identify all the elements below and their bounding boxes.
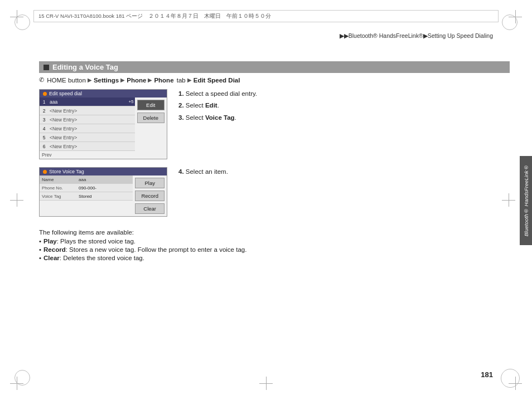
items-intro: The following items are available:: [39, 229, 510, 236]
nav-arrow-3: ▶: [148, 77, 152, 83]
bullet-icon: •: [39, 255, 41, 261]
prev-label: Prev: [40, 151, 135, 159]
edit-button[interactable]: Edit: [137, 100, 165, 110]
table-row: 6 <New Entry>: [40, 142, 135, 151]
section-icon: [43, 65, 49, 70]
bullet-icon: •: [39, 238, 41, 245]
table-row: 4 <New Entry>: [40, 124, 135, 133]
panel-header-store: Store Voice Tag: [40, 168, 167, 175]
crosshair-ml: [10, 193, 23, 207]
speed-dial-rows: 1 aaa +5 2 <New Entry> 3 <New Entry> 4: [40, 97, 135, 159]
file-bar: 15 CR-V NAVI-31T0A8100.book 181 ページ ２０１４…: [33, 10, 499, 22]
table-row: 3 <New Entry>: [40, 115, 135, 124]
bullet-play: • Play: Plays the stored voice tag.: [39, 238, 510, 245]
side-buttons-store: Play Record Clear: [133, 175, 167, 216]
nav-phone2: Phone: [154, 77, 173, 84]
main-content: Editing a Voice Tag ✆ HOME button ▶ Sett…: [39, 61, 510, 367]
items-available: The following items are available: • Pla…: [39, 229, 510, 261]
nav-home-label: HOME button: [45, 77, 86, 84]
table-row: 2 <New Entry>: [40, 106, 135, 115]
crosshair-bc: [259, 377, 273, 390]
steps-1-3: 1. Select a speed dial entry. 2. Select …: [178, 89, 510, 159]
nav-path: ✆ HOME button ▶ Settings ▶ Phone ▶ Phone…: [39, 76, 510, 84]
nav-edit-speed-dial: Edit Speed Dial: [194, 77, 240, 84]
panel-body-store: Name aaa Phone No. 090-000- Voice Tag St…: [40, 175, 167, 216]
store-table: Name aaa Phone No. 090-000- Voice Tag St…: [40, 175, 133, 216]
side-buttons-edit: Edit Delete: [135, 97, 167, 159]
panel-header-text: Edit speed dial: [49, 91, 82, 96]
step4-text-col: 4. Select an item.: [178, 167, 510, 179]
nav-phone1: Phone: [127, 77, 146, 84]
page-number: 181: [481, 370, 493, 379]
table-row: 1 aaa +5: [40, 97, 135, 106]
side-tab-text: Bluetooth® HandsFreeLink®: [523, 164, 529, 236]
bullet-clear: • Clear: Deletes the stored voice tag.: [39, 255, 510, 261]
edit-speed-dial-panel: Edit speed dial 1 aaa +5 2 <New Entry> 3: [39, 89, 167, 159]
section-title: Editing a Voice Tag: [52, 63, 118, 71]
nav-arrow-4: ▶: [187, 77, 192, 83]
edit-section-row: Edit speed dial 1 aaa +5 2 <New Entry> 3: [39, 89, 510, 159]
step-1: 1. Select a speed dial entry.: [178, 89, 510, 99]
bullet-icon: •: [39, 246, 41, 253]
record-button[interactable]: Record: [135, 191, 165, 201]
play-button[interactable]: Play: [135, 178, 165, 188]
breadcrumb-text: ▶▶Bluetooth® HandsFreeLink®▶Setting Up S…: [340, 32, 493, 39]
crosshair-bl: [10, 377, 23, 390]
nav-tab-label: tab: [175, 77, 186, 84]
panel-dot: [43, 92, 47, 96]
side-tab: Bluetooth® HandsFreeLink®: [520, 156, 532, 245]
file-bar-text: 15 CR-V NAVI-31T0A8100.book 181 ページ ２０１４…: [38, 13, 271, 20]
store-voicetag-row: Voice Tag Stored: [40, 192, 133, 201]
panel-dot-store: [43, 170, 47, 174]
step-3: 3. Select Voice Tag.: [178, 113, 510, 123]
panel-body-edit: 1 aaa +5 2 <New Entry> 3 <New Entry> 4: [40, 97, 167, 159]
crosshair-br: [509, 377, 522, 390]
store-voice-tag-panel: Store Voice Tag Name aaa Phone No. 090-0…: [39, 167, 167, 217]
panel-header-edit: Edit speed dial: [40, 90, 167, 97]
bullet-play-text: Play: Plays the stored voice tag.: [43, 238, 136, 245]
section-title-bar: Editing a Voice Tag: [39, 61, 510, 73]
home-icon: ✆: [39, 76, 44, 84]
panel-header-store-text: Store Voice Tag: [49, 169, 84, 174]
clear-button[interactable]: Clear: [135, 203, 165, 214]
crosshair-tr: [509, 10, 522, 23]
step-2: 2. Select Edit.: [178, 101, 510, 110]
store-header-row: Name aaa: [40, 175, 133, 184]
table-row: 5 <New Entry>: [40, 133, 135, 142]
nav-settings: Settings: [94, 77, 119, 84]
bullet-clear-text: Clear: Deletes the stored voice tag.: [43, 255, 144, 261]
crosshair-tl: [10, 10, 23, 23]
delete-button[interactable]: Delete: [137, 113, 165, 123]
store-data-row: Phone No. 090-000-: [40, 184, 133, 192]
bullet-record-text: Record: Stores a new voice tag. Follow t…: [43, 246, 246, 253]
nav-arrow-1: ▶: [88, 77, 92, 83]
nav-arrow-2: ▶: [120, 77, 125, 83]
bullet-record: • Record: Stores a new voice tag. Follow…: [39, 246, 510, 253]
breadcrumb: ▶▶Bluetooth® HandsFreeLink®▶Setting Up S…: [340, 32, 493, 39]
step4-row: Store Voice Tag Name aaa Phone No. 090-0…: [39, 167, 510, 222]
step-4: 4. Select an item.: [178, 167, 510, 177]
